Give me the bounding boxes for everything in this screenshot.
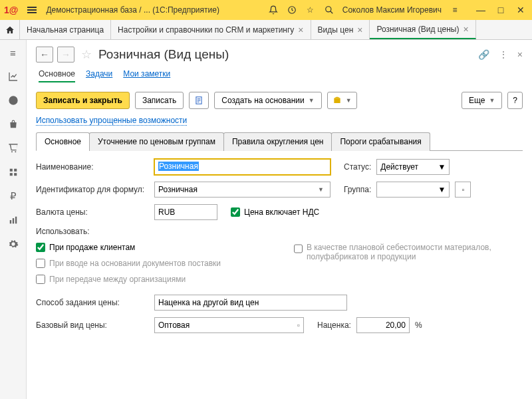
svg-rect-15 <box>334 98 340 104</box>
simplified-link[interactable]: Использовать упрощенные возможности <box>36 116 187 126</box>
base-label: Базовый вид цены: <box>36 321 149 330</box>
tab-label: Настройки и справочники по CRM и маркети… <box>118 25 294 35</box>
page-title: Розничная (Вид цены) <box>98 47 229 62</box>
name-label: Наименование: <box>36 162 149 172</box>
link-icon[interactable]: 🔗 <box>478 49 489 60</box>
inner-tab-refine[interactable]: Уточнение по ценовым группам <box>89 132 224 151</box>
user-name[interactable]: Соколов Максим Игоревич <box>342 5 442 15</box>
bell-icon[interactable] <box>268 5 279 15</box>
inner-tab-thresholds[interactable]: Пороги срабатывания <box>331 132 430 151</box>
star-icon[interactable]: ☆ <box>305 5 316 15</box>
page-header-actions: 🔗 ⋮ × <box>478 49 523 60</box>
save-button[interactable]: Записать <box>135 92 184 109</box>
title-icons: ☆ Соколов Максим Игоревич ≡ <box>268 5 460 15</box>
close-icon[interactable]: × <box>463 24 468 35</box>
inner-tabs: Основное Уточнение по ценовым группам Пр… <box>36 132 523 151</box>
chk-plan[interactable]: В качестве плановой себестоимости матери… <box>294 243 493 261</box>
svg-rect-7 <box>14 173 17 176</box>
status-select[interactable]: Действует▼ <box>376 159 450 175</box>
main-area: ≡ ₽ ← → ☆ Розничная (Вид цены) <box>0 40 532 399</box>
nav-back-button[interactable]: ← <box>36 47 53 63</box>
subnav-notes[interactable]: Мои заметки <box>123 69 170 82</box>
chevron-down-icon: ▼ <box>346 97 352 104</box>
vat-checkbox[interactable]: Цена включает НДС <box>231 207 319 217</box>
minimize-button[interactable]: — <box>473 3 488 17</box>
menu-icon[interactable] <box>25 4 39 16</box>
tab-price-types[interactable]: Виды цен × <box>311 20 370 39</box>
chevron-down-icon: ▼ <box>489 97 495 104</box>
sidebar-ruble-icon[interactable]: ₽ <box>6 189 21 203</box>
svg-rect-5 <box>14 169 17 172</box>
user-menu-icon[interactable]: ≡ <box>450 5 460 15</box>
sidebar: ≡ ₽ <box>0 40 27 399</box>
app-title: Демонстрационная база / ... (1С:Предприя… <box>46 5 219 15</box>
save-close-button[interactable]: Записать и закрыть <box>36 92 130 109</box>
sidebar-chart-icon[interactable] <box>6 69 21 84</box>
sidebar-bag-icon[interactable] <box>6 117 21 132</box>
sidebar-grid-icon[interactable] <box>6 165 21 180</box>
currency-input[interactable] <box>154 204 217 220</box>
chk-sale[interactable]: При продаже клиентам <box>36 243 289 252</box>
sidebar-menu-icon[interactable]: ≡ <box>6 45 21 60</box>
home-tab-icon[interactable] <box>0 20 20 39</box>
sidebar-bars-icon[interactable] <box>6 213 21 227</box>
group-open-button[interactable]: ▫ <box>455 182 471 198</box>
markup-input[interactable] <box>356 317 410 333</box>
base-input[interactable]: Оптовая ▫ <box>154 317 304 333</box>
inner-tab-main[interactable]: Основное <box>36 132 90 151</box>
method-input[interactable] <box>154 295 347 311</box>
chk-transfer[interactable]: При передаче между организациями <box>36 275 289 284</box>
attach-button[interactable]: ▼ <box>327 92 357 109</box>
group-select[interactable]: ▼ <box>376 182 450 198</box>
chevron-down-icon: ▼ <box>315 186 327 193</box>
maximize-button[interactable]: □ <box>493 3 508 17</box>
window-tabs: Начальная страница Настройки и справочни… <box>0 20 532 40</box>
id-input[interactable]: Розничная▼ <box>154 182 331 198</box>
history-icon[interactable] <box>287 5 297 15</box>
svg-point-3 <box>15 151 16 152</box>
tab-label: Розничная (Вид цены) <box>376 25 459 34</box>
titlebar: 1@ Демонстрационная база / ... (1С:Предп… <box>0 0 532 20</box>
more-button[interactable]: Еще▼ <box>462 92 502 109</box>
nav-forward-button[interactable]: → <box>57 47 74 63</box>
close-button[interactable]: ✕ <box>513 3 528 17</box>
status-label: Статус: <box>344 162 371 172</box>
chevron-down-icon: ▼ <box>438 185 446 194</box>
chk-supply[interactable]: При вводе на основании документов постав… <box>36 259 289 268</box>
search-icon[interactable] <box>324 5 334 15</box>
id-label: Идентификатор для формул: <box>36 185 149 194</box>
chevron-down-icon: ▼ <box>438 162 446 172</box>
chevron-down-icon: ▼ <box>309 97 315 104</box>
vat-checkbox-input[interactable] <box>231 207 240 217</box>
close-page-icon[interactable]: × <box>517 49 523 60</box>
tab-retail[interactable]: Розничная (Вид цены) × <box>370 20 475 39</box>
tab-start[interactable]: Начальная страница <box>20 20 111 39</box>
sidebar-gear-icon[interactable] <box>6 237 21 251</box>
inner-tab-rounding[interactable]: Правила округления цен <box>223 132 332 151</box>
sidebar-cart-icon[interactable] <box>6 141 21 156</box>
subnav-main[interactable]: Основное <box>39 69 75 82</box>
content: ← → ☆ Розничная (Вид цены) 🔗 ⋮ × Основно… <box>27 40 532 399</box>
simplified-link-row: Использовать упрощенные возможности <box>36 116 523 125</box>
close-icon[interactable]: × <box>357 25 362 35</box>
markup-unit: % <box>415 321 422 330</box>
report-button[interactable] <box>189 92 209 109</box>
svg-rect-9 <box>12 218 13 223</box>
svg-point-1 <box>326 7 331 12</box>
name-input[interactable]: Розничная <box>154 159 331 175</box>
tab-label: Начальная страница <box>27 25 104 35</box>
kebab-icon[interactable]: ⋮ <box>499 49 508 60</box>
use-label: Использовать: <box>36 227 90 236</box>
svg-rect-6 <box>9 173 12 176</box>
favorite-star-icon[interactable]: ☆ <box>81 47 92 62</box>
create-based-button[interactable]: Создать на основании▼ <box>214 92 321 109</box>
open-icon[interactable]: ▫ <box>297 321 300 330</box>
subnav-tasks[interactable]: Задачи <box>86 69 112 82</box>
svg-rect-10 <box>15 217 16 224</box>
toolbar: Записать и закрыть Записать Создать на о… <box>36 92 523 109</box>
tab-crm[interactable]: Настройки и справочники по CRM и маркети… <box>111 20 311 39</box>
close-icon[interactable]: × <box>298 25 303 35</box>
sidebar-pie-icon[interactable] <box>6 93 21 108</box>
currency-label: Валюта цены: <box>36 207 149 217</box>
help-button[interactable]: ? <box>507 92 523 109</box>
